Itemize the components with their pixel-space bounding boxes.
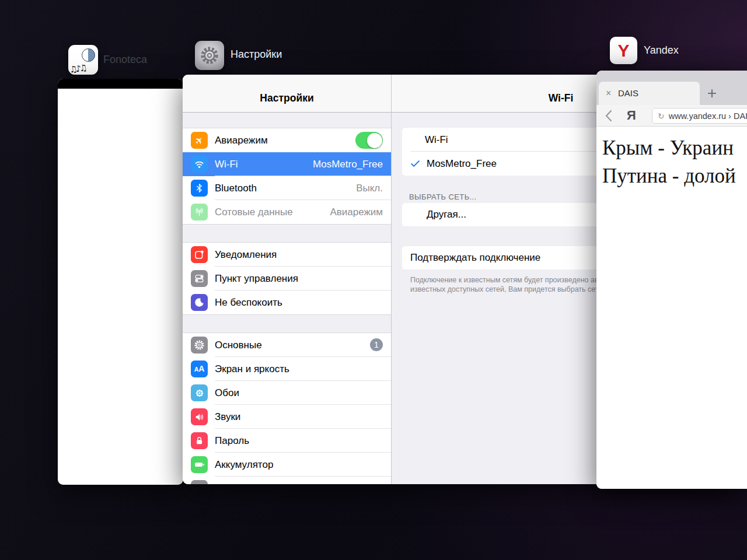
row-label: Сотовые данные bbox=[215, 200, 293, 224]
tab-title: DAIS bbox=[618, 82, 638, 105]
settings-row-airplane-mode[interactable]: ✈ Авиарежим bbox=[183, 128, 391, 152]
choose-network-section-header: ВЫБРАТЬ СЕТЬ... bbox=[409, 192, 477, 201]
moon-icon bbox=[191, 294, 208, 311]
row-label: Подтверждать подключение bbox=[410, 246, 540, 270]
control-center-icon bbox=[191, 270, 208, 287]
settings-row-control-center[interactable]: Пункт управления bbox=[183, 267, 391, 290]
row-label: Другая... bbox=[427, 203, 466, 226]
wifi-icon bbox=[191, 156, 208, 173]
cellular-state-value: Авиарежим bbox=[330, 200, 383, 224]
settings-row-do-not-disturb[interactable]: Не беспокоить bbox=[183, 290, 391, 314]
row-label: Пароль bbox=[215, 429, 249, 453]
browser-page-content[interactable]: Крым - Украин Путина - долой bbox=[596, 127, 747, 489]
row-label: Пункт управления bbox=[215, 267, 298, 290]
row-label: Обои bbox=[215, 381, 239, 405]
settings-row-general[interactable]: Основные 1 bbox=[183, 333, 391, 357]
wifi-footer-line1: Подключение к известным сетям будет прои… bbox=[410, 275, 599, 285]
row-label: Wi-Fi bbox=[215, 152, 238, 176]
row-label: Не беспокоить bbox=[215, 290, 282, 314]
settings-row-notifications[interactable]: Уведомления bbox=[183, 243, 391, 267]
browser-toolbar: Я ↻ www.yandex.ru › DAI bbox=[596, 105, 747, 127]
wifi-footer-line2: известных доступных сетей, Вам придется … bbox=[410, 285, 599, 294]
settings-group-notifications: Уведомления Пункт управления bbox=[183, 242, 391, 315]
general-badge: 1 bbox=[370, 338, 383, 351]
new-tab-button[interactable]: + bbox=[704, 82, 720, 104]
checkmark-icon bbox=[410, 158, 421, 169]
browser-tab-dais[interactable]: × DAIS bbox=[599, 82, 700, 105]
fonoteca-card-label: Fonoteca bbox=[103, 54, 147, 66]
settings-row-sounds[interactable]: Звуки bbox=[183, 405, 391, 429]
bluetooth-state-value: Выкл. bbox=[356, 176, 383, 200]
speaker-icon bbox=[191, 408, 208, 425]
network-name: MosMetro_Free bbox=[427, 152, 497, 176]
yandex-card-label: Yandex bbox=[644, 44, 679, 57]
battery-icon bbox=[191, 456, 208, 473]
settings-master-pane: Настройки ✈ Авиарежим Wi-Fi bbox=[183, 75, 391, 484]
row-label: Звуки bbox=[215, 405, 240, 429]
settings-row-passcode[interactable]: Пароль bbox=[183, 429, 391, 453]
airplane-icon: ✈ bbox=[191, 132, 208, 149]
wifi-network-value: MosMetro_Free bbox=[313, 152, 383, 176]
fonoteca-app-icon[interactable]: ♫♪♫ bbox=[68, 45, 98, 75]
url-text: www.yandex.ru › DAI bbox=[669, 111, 747, 121]
reload-icon[interactable]: ↻ bbox=[658, 111, 665, 121]
row-label: Wi-Fi bbox=[425, 128, 448, 152]
row-label: Уведомления bbox=[215, 243, 277, 267]
address-bar[interactable]: ↻ www.yandex.ru › DAI bbox=[652, 108, 747, 124]
settings-row-cellular[interactable]: Сотовые данные Авиарежим bbox=[183, 200, 391, 224]
settings-row-bluetooth[interactable]: Bluetooth Выкл. bbox=[183, 176, 391, 200]
settings-row-display-brightness[interactable]: AA Экран и яркость bbox=[183, 357, 391, 381]
cellular-antenna-icon bbox=[191, 204, 208, 220]
settings-nav-title: Настройки bbox=[183, 75, 391, 113]
yandex-app-card[interactable]: × DAIS + Я ↻ www.yandex.ru › DAI Крым - … bbox=[596, 71, 747, 489]
row-label: Основные bbox=[215, 333, 262, 357]
row-label: Bluetooth bbox=[215, 176, 257, 200]
settings-row-partial[interactable] bbox=[183, 477, 391, 484]
wallpaper-flower-icon bbox=[191, 384, 208, 401]
fonoteca-statusbar bbox=[58, 79, 183, 89]
settings-group-radios: ✈ Авиарежим Wi-Fi MosMetro_Free bbox=[183, 128, 391, 225]
gear-icon bbox=[198, 44, 221, 66]
settings-app-icon[interactable] bbox=[195, 41, 224, 70]
settings-row-wifi[interactable]: Wi-Fi MosMetro_Free bbox=[183, 152, 391, 176]
settings-group-general: Основные 1 AA Экран и яркость bbox=[183, 332, 391, 484]
lock-icon bbox=[191, 432, 208, 449]
display-brightness-icon: AA bbox=[191, 360, 208, 377]
yandex-app-icon[interactable]: Y bbox=[610, 37, 637, 64]
yandex-logo-icon[interactable]: Я bbox=[627, 105, 636, 126]
browser-tab-bar: × DAIS + bbox=[596, 71, 747, 105]
fonoteca-halfcircle-logo bbox=[82, 48, 95, 62]
page-text-line1: Крым - Украин bbox=[602, 134, 747, 162]
settings-card-label: Настройки bbox=[231, 48, 282, 61]
app-switcher-screen: ♫♪♫ Fonoteca Настройки Y Yandex Настройк… bbox=[0, 0, 747, 560]
row-label: Экран и яркость bbox=[215, 357, 289, 381]
settings-row-wallpaper[interactable]: Обои bbox=[183, 381, 391, 405]
partial-row-icon bbox=[191, 480, 208, 484]
back-icon[interactable] bbox=[605, 110, 612, 122]
settings-row-battery[interactable]: Аккумулятор bbox=[183, 453, 391, 477]
music-notes-icon: ♫♪♫ bbox=[69, 62, 86, 75]
notifications-icon bbox=[191, 246, 208, 263]
row-label: Аккумулятор bbox=[215, 453, 273, 477]
bluetooth-icon bbox=[191, 180, 208, 197]
gear-icon bbox=[191, 337, 208, 354]
fonoteca-app-card[interactable] bbox=[58, 79, 183, 485]
close-tab-icon[interactable]: × bbox=[606, 82, 611, 105]
page-text-line2: Путина - долой bbox=[602, 162, 747, 190]
row-label: Авиарежим bbox=[215, 128, 268, 152]
airplane-mode-toggle-on[interactable] bbox=[355, 132, 383, 149]
